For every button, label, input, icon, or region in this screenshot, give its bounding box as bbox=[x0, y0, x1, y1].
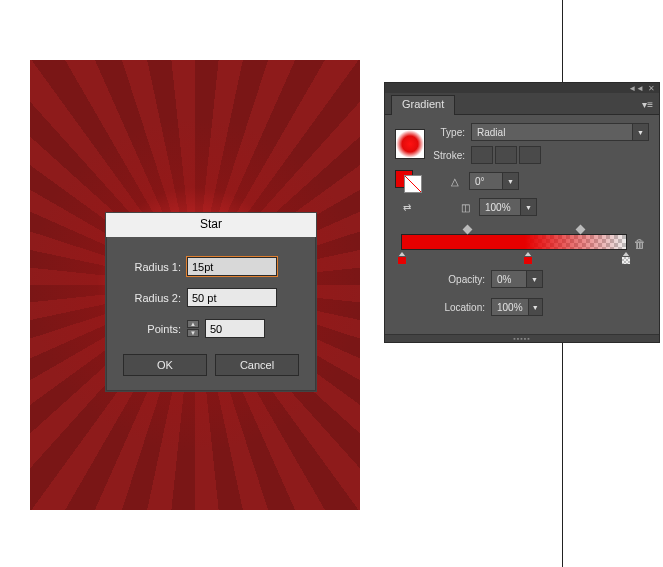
resize-grip[interactable]: ▪▪▪▪▪ bbox=[385, 334, 659, 342]
aspect-row: ⇄ ◫ 100% ▼ bbox=[395, 198, 649, 216]
trash-icon[interactable]: 🗑 bbox=[633, 236, 647, 252]
radius2-row: Radius 2: bbox=[123, 288, 299, 307]
points-label: Points: bbox=[123, 323, 181, 335]
color-stop[interactable] bbox=[397, 252, 407, 264]
radius2-label: Radius 2: bbox=[123, 292, 181, 304]
chevron-down-icon[interactable]: ▼ bbox=[502, 173, 518, 189]
angle-icon: △ bbox=[447, 173, 463, 189]
color-stop[interactable] bbox=[523, 252, 533, 264]
artboard: Star Radius 1: Radius 2: Points: ▲ ▼ OK bbox=[30, 60, 360, 510]
close-icon[interactable]: ✕ bbox=[648, 84, 655, 93]
chevron-down-icon[interactable]: ▼ bbox=[632, 124, 648, 140]
panel-tabbar: Gradient ▾≡ bbox=[385, 93, 659, 115]
opacity-dropdown[interactable]: 0% ▼ bbox=[491, 270, 543, 288]
dialog-body: Radius 1: Radius 2: Points: ▲ ▼ OK Cance… bbox=[106, 237, 316, 391]
gradient-preview-swatch[interactable] bbox=[395, 129, 425, 159]
gradient-slider[interactable]: 🗑 bbox=[395, 224, 649, 264]
type-label: Type: bbox=[431, 127, 465, 138]
gradient-tab[interactable]: Gradient bbox=[391, 95, 455, 115]
gradient-panel: ◄◄ ✕ Gradient ▾≡ Type: Radial ▼ Stroke: bbox=[384, 82, 660, 343]
collapse-icon[interactable]: ◄◄ bbox=[628, 84, 644, 93]
dialog-buttons: OK Cancel bbox=[123, 354, 299, 376]
stepper-up-icon[interactable]: ▲ bbox=[187, 320, 199, 328]
opacity-label: Opacity: bbox=[435, 274, 485, 285]
location-dropdown[interactable]: 100% ▼ bbox=[491, 298, 543, 316]
location-value: 100% bbox=[492, 302, 528, 313]
opacity-value: 0% bbox=[492, 274, 526, 285]
aspect-value: 100% bbox=[480, 202, 520, 213]
midpoint-diamond[interactable] bbox=[463, 225, 473, 235]
midpoint-diamond[interactable] bbox=[576, 225, 586, 235]
stroke-buttons bbox=[471, 146, 541, 164]
type-row: Type: Radial ▼ Stroke: bbox=[395, 123, 649, 164]
gradient-bar[interactable] bbox=[401, 234, 627, 250]
stepper-down-icon[interactable]: ▼ bbox=[187, 329, 199, 337]
angle-value: 0° bbox=[470, 176, 502, 187]
dialog-title: Star bbox=[106, 213, 316, 237]
star-dialog: Star Radius 1: Radius 2: Points: ▲ ▼ OK bbox=[106, 213, 316, 391]
stroke-within-button[interactable] bbox=[471, 146, 493, 164]
points-stepper[interactable]: ▲ ▼ bbox=[187, 320, 199, 337]
aspect-icon: ◫ bbox=[457, 199, 473, 215]
radius2-input[interactable] bbox=[187, 288, 277, 307]
color-stop[interactable] bbox=[621, 252, 631, 264]
stop-fields: Opacity: 0% ▼ Location: 100% ▼ bbox=[395, 270, 649, 322]
radius1-input[interactable] bbox=[187, 257, 277, 276]
stroke-across-button[interactable] bbox=[519, 146, 541, 164]
stroke-none-swatch[interactable] bbox=[404, 175, 422, 193]
panel-control-strip: ◄◄ ✕ bbox=[385, 83, 659, 93]
chevron-down-icon[interactable]: ▼ bbox=[526, 271, 542, 287]
reverse-icon[interactable]: ⇄ bbox=[399, 199, 415, 215]
points-row: Points: ▲ ▼ bbox=[123, 319, 299, 338]
location-label: Location: bbox=[435, 302, 485, 313]
chevron-down-icon[interactable]: ▼ bbox=[528, 299, 542, 315]
gradient-midpoints bbox=[401, 226, 627, 234]
swatch-column bbox=[395, 129, 425, 159]
radius1-row: Radius 1: bbox=[123, 257, 299, 276]
radius1-label: Radius 1: bbox=[123, 261, 181, 273]
type-dropdown[interactable]: Radial ▼ bbox=[471, 123, 649, 141]
cancel-button[interactable]: Cancel bbox=[215, 354, 299, 376]
stroke-along-button[interactable] bbox=[495, 146, 517, 164]
ok-button[interactable]: OK bbox=[123, 354, 207, 376]
angle-row: △ 0° ▼ bbox=[395, 170, 649, 192]
angle-dropdown[interactable]: 0° ▼ bbox=[469, 172, 519, 190]
gradient-stops bbox=[401, 252, 627, 264]
type-value: Radial bbox=[472, 127, 632, 138]
points-input[interactable] bbox=[205, 319, 265, 338]
fill-stroke-swatch[interactable] bbox=[395, 170, 421, 192]
panel-menu-icon[interactable]: ▾≡ bbox=[642, 99, 653, 114]
aspect-dropdown[interactable]: 100% ▼ bbox=[479, 198, 537, 216]
stroke-label: Stroke: bbox=[431, 150, 465, 161]
panel-body: Type: Radial ▼ Stroke: bbox=[385, 115, 659, 334]
chevron-down-icon[interactable]: ▼ bbox=[520, 199, 536, 215]
